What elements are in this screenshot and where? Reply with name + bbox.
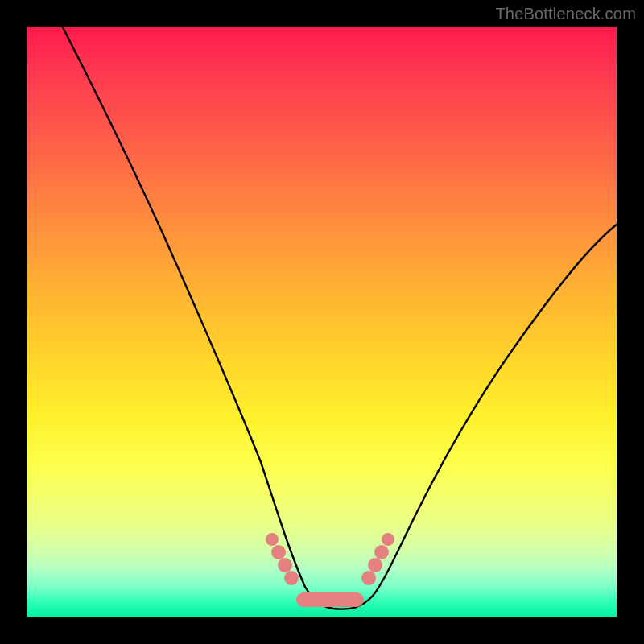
watermark-text: TheBottleneck.com — [495, 5, 636, 23]
marker-pill — [296, 592, 364, 607]
marker-dot — [374, 545, 389, 559]
marker-dot — [271, 545, 286, 559]
chart-frame: TheBottleneck.com — [0, 0, 644, 644]
marker-dot — [266, 533, 279, 546]
marker-dot — [382, 533, 394, 546]
marker-dot — [284, 571, 299, 585]
marker-dot — [368, 558, 382, 572]
marker-dot — [361, 571, 376, 585]
plot-area — [27, 27, 617, 617]
marker-dot — [278, 558, 292, 572]
curve-layer — [27, 27, 617, 617]
bottleneck-curve — [63, 27, 617, 609]
